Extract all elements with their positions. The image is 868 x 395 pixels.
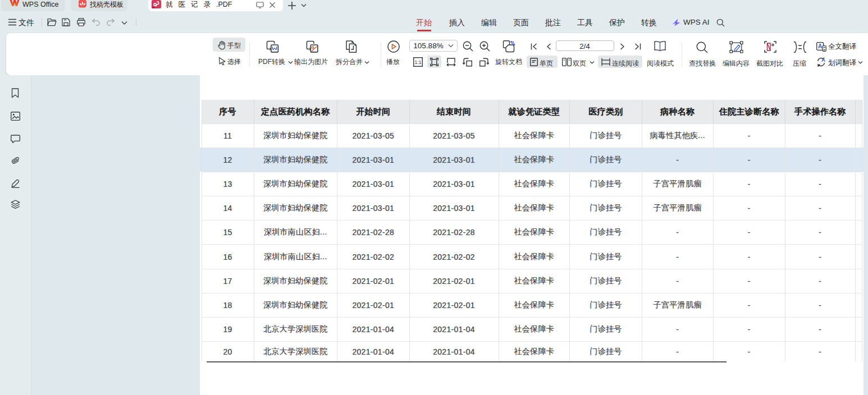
svg-text:1:1: 1:1	[414, 59, 421, 65]
svg-text:A: A	[821, 57, 825, 63]
svg-text:x: x	[817, 62, 820, 67]
svg-text:A: A	[818, 43, 822, 49]
